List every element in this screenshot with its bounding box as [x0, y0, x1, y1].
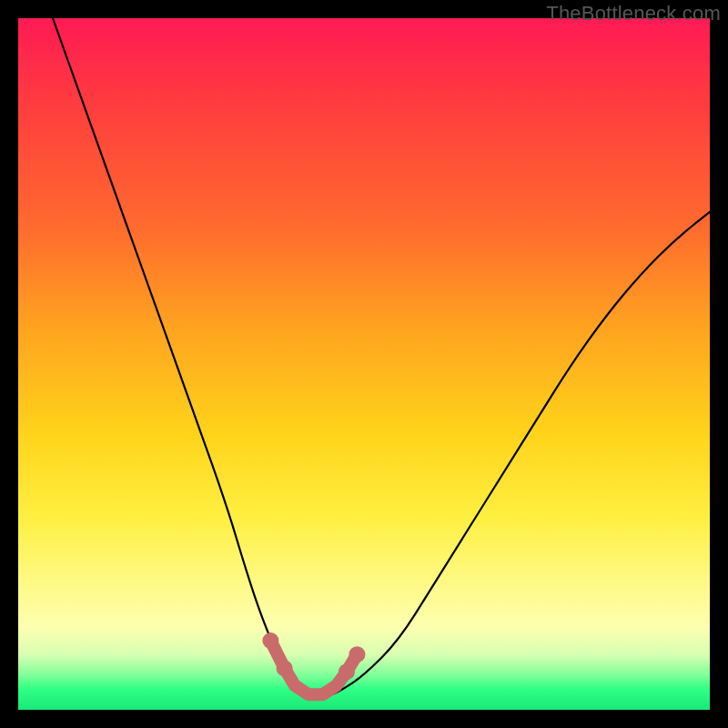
- bottleneck-plot: [18, 18, 710, 710]
- trough-marker: [349, 646, 365, 662]
- chart-frame: [18, 18, 710, 710]
- bottleneck-curve: [53, 18, 710, 696]
- watermark-text: TheBottleneck.com: [546, 2, 721, 25]
- trough-marker: [262, 632, 278, 649]
- trough-marker: [277, 660, 293, 676]
- trough-marker: [339, 663, 355, 680]
